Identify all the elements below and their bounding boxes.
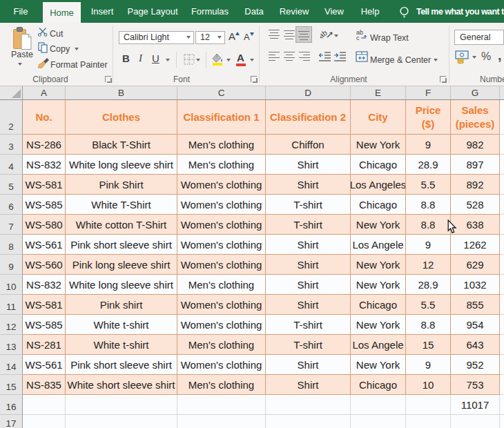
svg-text:ab: ab	[320, 29, 329, 40]
svg-text:c: c	[356, 35, 360, 41]
